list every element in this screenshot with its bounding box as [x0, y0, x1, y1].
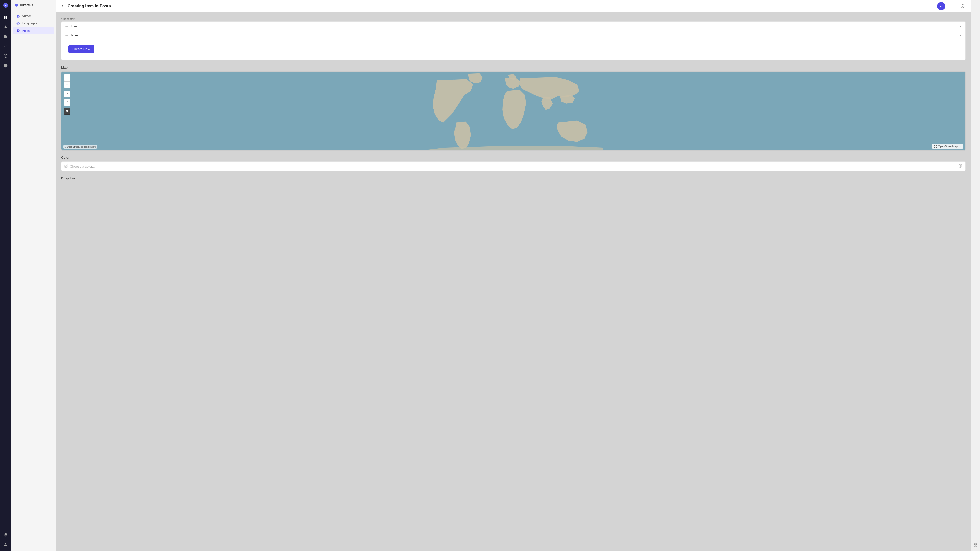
nav-settings[interactable] [2, 62, 10, 70]
repeater-section: * Repeater true [61, 17, 966, 60]
pencil-icon [64, 164, 68, 168]
svg-rect-31 [65, 36, 68, 36]
dropdown-section: Dropdown [61, 176, 966, 180]
svg-rect-24 [65, 25, 68, 26]
map-container[interactable]: + − [61, 71, 966, 151]
drag-handle-1[interactable] [65, 24, 68, 28]
svg-line-40 [67, 102, 68, 103]
svg-rect-51 [974, 545, 975, 546]
page-title: Creating Item in Posts [68, 4, 934, 8]
back-button[interactable] [60, 4, 65, 8]
svg-point-8 [5, 543, 6, 545]
remove-item-2-button[interactable] [959, 34, 962, 37]
map-zoom-in-button[interactable]: + [64, 74, 70, 81]
svg-point-20 [952, 7, 952, 7]
map-controls: + − [64, 74, 70, 114]
color-section: Color Choose a color... [61, 156, 966, 171]
svg-point-35 [67, 94, 68, 94]
save-button[interactable] [937, 2, 945, 10]
top-header: Creating Item in Posts [56, 0, 971, 12]
map-locate-button[interactable] [64, 91, 70, 97]
svg-point-19 [952, 6, 952, 6]
svg-point-18 [952, 5, 952, 5]
color-wheel-icon[interactable] [958, 164, 963, 169]
sidebar-item-author[interactable]: Author [13, 13, 54, 20]
sidebar-item-author-label: Author [22, 14, 31, 18]
nav-profile[interactable] [2, 540, 10, 548]
app-logo[interactable] [3, 3, 8, 9]
svg-rect-29 [65, 35, 68, 35]
sidebar-item-posts-label: Posts [22, 29, 30, 33]
sidebar-nav: Author Languages Posts [11, 10, 56, 37]
repeater-item-1: true [61, 22, 966, 31]
map-pin-button[interactable] [64, 108, 70, 114]
nav-notifications[interactable] [2, 530, 10, 539]
color-input-wrap: Choose a color... [61, 162, 966, 171]
nav-content[interactable] [2, 13, 10, 21]
svg-rect-1 [6, 16, 7, 17]
svg-point-4 [5, 25, 6, 27]
svg-rect-44 [935, 145, 937, 146]
nav-users[interactable] [2, 23, 10, 31]
svg-rect-49 [974, 543, 975, 545]
color-input-placeholder[interactable]: Choose a color... [70, 165, 956, 168]
remove-item-1-button[interactable] [959, 25, 962, 28]
info-button[interactable] [959, 2, 967, 10]
repeater-label: * Repeater [61, 17, 966, 21]
main-area: Creating Item in Posts [56, 0, 971, 551]
svg-rect-46 [935, 147, 937, 148]
create-new-button[interactable]: Create New [68, 45, 94, 53]
sidebar-header: Directus [11, 0, 56, 10]
sidebar-item-posts[interactable]: Posts [13, 27, 54, 35]
sidebar-item-languages-label: Languages [22, 22, 37, 25]
dropdown-label: Dropdown [61, 176, 966, 180]
nav-help[interactable]: ? [2, 52, 10, 60]
right-panel [971, 0, 980, 551]
svg-rect-25 [65, 26, 68, 26]
more-options-button[interactable] [948, 2, 956, 10]
map-section: Map [61, 65, 966, 151]
map-source-button[interactable]: OpenStreetMap [932, 144, 963, 149]
svg-text:?: ? [5, 55, 6, 57]
nav-files[interactable] [2, 32, 10, 41]
header-actions [937, 2, 967, 10]
svg-line-41 [66, 103, 67, 104]
sidebar-item-languages[interactable]: Languages [13, 20, 54, 27]
svg-rect-43 [934, 145, 935, 146]
create-new-container: Create New [61, 40, 966, 60]
repeater-widget: true false [61, 21, 966, 60]
content-area: * Repeater true [56, 12, 971, 551]
svg-rect-2 [4, 17, 5, 19]
map-source-label: OpenStreetMap [938, 145, 958, 148]
svg-rect-50 [976, 543, 977, 545]
color-label: Color [61, 156, 966, 159]
repeater-item-2-value: false [71, 33, 956, 37]
drag-handle-2[interactable] [65, 34, 68, 37]
svg-point-42 [67, 110, 68, 111]
map-attribution: © OpenStreetMap contributors [63, 145, 97, 149]
svg-rect-0 [4, 16, 5, 17]
sidebar-app-name: Directus [20, 3, 33, 7]
repeater-item-1-value: true [71, 24, 956, 28]
icon-bar: ? [0, 0, 11, 551]
map-zoom-out-button[interactable]: − [64, 81, 70, 88]
svg-rect-3 [6, 17, 7, 19]
repeater-item-2: false [61, 31, 966, 40]
svg-rect-45 [934, 147, 935, 148]
sidebar: Directus Author Languages Po [11, 0, 56, 551]
svg-rect-52 [976, 545, 977, 546]
map-label: Map [61, 65, 966, 69]
nav-analytics[interactable] [2, 42, 10, 50]
map-fullscreen-button[interactable] [64, 99, 70, 106]
right-panel-action-button[interactable] [972, 541, 979, 548]
